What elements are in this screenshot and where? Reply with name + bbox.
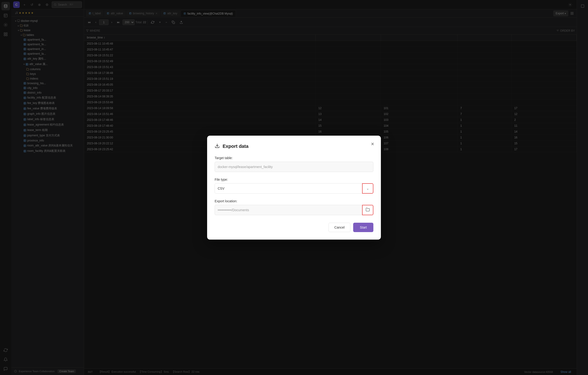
file-type-select-wrapper: CSV Excel JSON SQL ⌄ — [215, 183, 373, 194]
chevron-down-icon: ⌄ — [366, 187, 369, 190]
modal-header: Export data — [215, 143, 373, 150]
folder-icon — [366, 207, 370, 212]
start-button[interactable]: Start — [353, 223, 373, 232]
target-table-input[interactable] — [215, 162, 373, 172]
target-table-label: Target table: — [215, 156, 373, 160]
export-location-group: Export location: — [215, 199, 373, 215]
modal-title: Export data — [223, 144, 248, 149]
modal-close-button[interactable]: ✕ — [369, 140, 376, 148]
export-location-wrapper — [215, 205, 373, 215]
file-type-label: File type: — [215, 178, 373, 181]
file-type-dropdown-button[interactable]: ⌄ — [362, 183, 373, 194]
close-icon: ✕ — [371, 142, 374, 147]
export-location-label: Export location: — [215, 199, 373, 203]
modal-footer: Cancel Start — [215, 223, 373, 232]
file-type-group: File type: CSV Excel JSON SQL ⌄ — [215, 178, 373, 194]
modal-title-icon — [215, 143, 220, 150]
cancel-button[interactable]: Cancel — [328, 223, 351, 232]
export-modal: Export data ✕ Target table: File type: C… — [207, 136, 381, 240]
export-location-input[interactable] — [215, 205, 373, 215]
modal-overlay: Export data ✕ Target table: File type: C… — [0, 0, 588, 375]
browse-folder-button[interactable] — [362, 205, 373, 215]
file-type-select[interactable]: CSV Excel JSON SQL — [215, 183, 373, 194]
target-table-group: Target table: — [215, 156, 373, 172]
